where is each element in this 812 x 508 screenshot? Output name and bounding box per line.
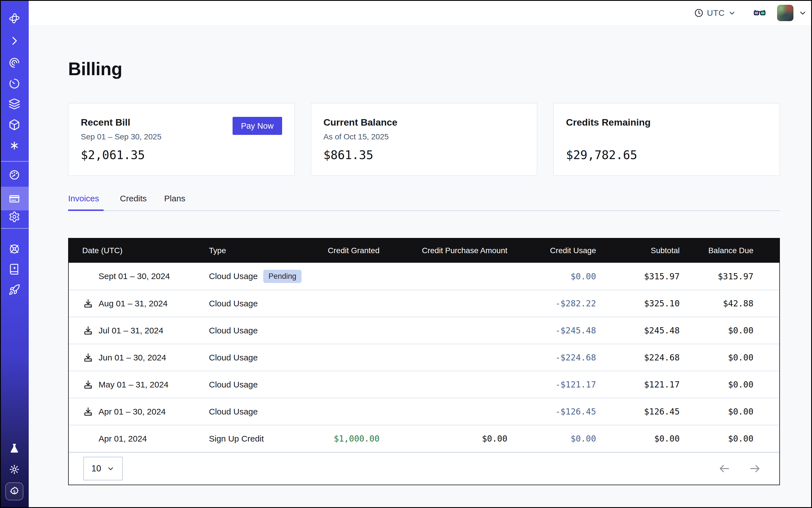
page-size-value: 10 xyxy=(91,464,101,474)
gear-settings-icon[interactable] xyxy=(8,211,20,223)
avatar[interactable] xyxy=(777,5,794,21)
summary-cards: Recent Bill Sep 01 – Sep 30, 2025 $2,061… xyxy=(68,103,780,176)
download-invoice-icon[interactable] xyxy=(82,298,94,309)
credits-remaining-amount: $29,782.65 xyxy=(566,148,767,162)
invoice-type-cell: Cloud Usage xyxy=(196,299,303,308)
layers-icon[interactable] xyxy=(8,98,20,110)
sidebar-divider xyxy=(0,161,29,162)
invoice-date-cell: Jun 01 – 30, 2024 xyxy=(69,352,196,364)
account-menu-button[interactable] xyxy=(799,9,807,17)
balance-as-of-date: As of Oct 15, 2025 xyxy=(324,132,525,141)
helm-wheel-icon[interactable] xyxy=(8,243,20,255)
history-clock-icon[interactable] xyxy=(8,77,20,90)
invoice-date-cell: Jul 01 – 31, 2024 xyxy=(69,325,196,337)
pay-now-button[interactable]: Pay Now xyxy=(232,117,282,135)
invoice-type: Cloud Usage xyxy=(209,326,258,335)
invoice-date: Sept 01 – 30, 2024 xyxy=(98,271,170,281)
download-invoice-icon[interactable] xyxy=(82,352,94,364)
asterisk-icon[interactable] xyxy=(8,139,20,152)
invoice-type-cell: Cloud UsagePending xyxy=(196,270,303,283)
column-header-credit-granted: Credit Granted xyxy=(303,246,386,255)
sun-brightness-icon[interactable] xyxy=(8,463,20,476)
main-content: Billing Recent Bill Sep 01 – Sep 30, 202… xyxy=(29,26,812,508)
credit-usage-value: -$224.68 xyxy=(514,352,603,363)
flask-icon[interactable] xyxy=(8,442,20,455)
billing-card-icon[interactable] xyxy=(8,193,20,205)
sidebar-divider xyxy=(0,228,29,229)
subtotal-value: $245.48 xyxy=(603,326,686,335)
credits-remaining-card: Credits Remaining $29,782.65 xyxy=(553,103,780,176)
spiral-eye-icon[interactable] xyxy=(8,56,20,69)
column-header-balance-due: Balance Due xyxy=(686,246,780,255)
table-row: Apr 01, 2024Sign Up Credit$1,000.00$0.00… xyxy=(69,425,779,452)
invoices-table: Date (UTC) Type Credit Granted Credit Pu… xyxy=(68,238,780,485)
invoice-table-body: Sept 01 – 30, 2024Cloud UsagePending$0.0… xyxy=(69,263,779,452)
invoice-date: Aug 01 – 31, 2024 xyxy=(98,299,168,308)
invoice-date: May 01 – 31, 2024 xyxy=(98,380,169,389)
invoice-type-cell: Cloud Usage xyxy=(196,326,303,335)
subtotal-value: $126.45 xyxy=(603,407,686,417)
table-row: May 01 – 31, 2024Cloud Usage-$121.17$121… xyxy=(69,371,779,398)
timezone-label: UTC xyxy=(707,8,725,18)
page-size-select[interactable]: 10 xyxy=(83,457,123,480)
money-badge-button[interactable]: $ xyxy=(5,482,24,500)
credit-usage-value: -$282.22 xyxy=(514,298,603,308)
balance-due-value: $0.00 xyxy=(686,352,780,363)
current-balance-amount: $861.35 xyxy=(324,148,525,162)
tab-credits[interactable]: Credits xyxy=(120,194,148,210)
status-badge: Pending xyxy=(263,270,301,283)
invoice-date: Jun 01 – 30, 2024 xyxy=(98,353,166,363)
invoice-date-cell: Aug 01 – 31, 2024 xyxy=(69,298,196,309)
subtotal-value: $325.10 xyxy=(603,298,686,308)
reader-mode-button[interactable] xyxy=(754,7,766,19)
subtotal-value: $121.17 xyxy=(603,380,686,389)
download-invoice-icon[interactable] xyxy=(82,325,94,337)
recent-bill-card: Recent Bill Sep 01 – Sep 30, 2025 $2,061… xyxy=(68,103,295,176)
tab-plans[interactable]: Plans xyxy=(164,194,186,210)
topbar: UTC xyxy=(29,0,812,26)
timezone-selector[interactable]: UTC xyxy=(694,8,736,18)
invoice-type-cell: Cloud Usage xyxy=(196,380,303,389)
subtotal-value: $0.00 xyxy=(603,434,686,443)
credit-usage-value: -$126.45 xyxy=(514,407,603,417)
invoice-type-cell: Sign Up Credit xyxy=(196,434,303,443)
column-header-credit-usage: Credit Usage xyxy=(514,246,603,255)
credit-granted-value: $1,000.00 xyxy=(303,434,386,443)
invoice-date-cell: May 01 – 31, 2024 xyxy=(69,379,196,390)
sidebar-collapse-chevron-right-icon[interactable] xyxy=(8,35,20,47)
card-title: Current Balance xyxy=(324,117,525,128)
balance-due-value: $0.00 xyxy=(686,407,780,417)
arrow-left-icon xyxy=(718,462,731,475)
next-page-button[interactable] xyxy=(749,462,761,475)
gauge-dashboard-icon[interactable] xyxy=(8,169,20,181)
sidebar: $ xyxy=(0,0,29,508)
billing-tabs: Invoices Credits Plans xyxy=(68,194,780,211)
book-sparkle-icon[interactable] xyxy=(8,263,20,276)
download-invoice-icon[interactable] xyxy=(82,379,94,390)
column-header-type: Type xyxy=(196,246,303,255)
invoice-date: Apr 01, 2024 xyxy=(98,434,147,443)
clock-icon xyxy=(694,8,703,18)
table-row: Apr 01 – 30, 2024Cloud Usage-$126.45$126… xyxy=(69,398,779,425)
previous-page-button[interactable] xyxy=(718,462,731,475)
credit-usage-value: $0.00 xyxy=(514,434,603,443)
invoice-type: Cloud Usage xyxy=(209,299,258,308)
table-row: Aug 01 – 31, 2024Cloud Usage-$282.22$325… xyxy=(69,290,779,317)
orbit-logo-icon[interactable] xyxy=(8,12,20,25)
credit-usage-value: $0.00 xyxy=(514,271,603,281)
subtotal-value: $224.68 xyxy=(603,352,686,363)
column-header-subtotal: Subtotal xyxy=(603,246,686,255)
cube-icon[interactable] xyxy=(8,119,20,131)
invoice-date-cell: Sept 01 – 30, 2024 xyxy=(69,271,196,281)
tab-invoices[interactable]: Invoices xyxy=(68,194,103,211)
current-balance-card: Current Balance As of Oct 15, 2025 $861.… xyxy=(311,103,538,176)
arrow-right-icon xyxy=(749,462,761,475)
invoice-type: Cloud Usage xyxy=(209,271,258,281)
download-invoice-icon[interactable] xyxy=(82,406,94,418)
credit-usage-value: -$121.17 xyxy=(514,380,603,389)
table-row: Jun 01 – 30, 2024Cloud Usage-$224.68$224… xyxy=(69,344,779,371)
credit-usage-value: -$245.48 xyxy=(514,326,603,335)
balance-due-value: $315.97 xyxy=(686,271,780,281)
rocket-icon[interactable] xyxy=(8,284,20,296)
invoice-type: Cloud Usage xyxy=(209,407,258,417)
